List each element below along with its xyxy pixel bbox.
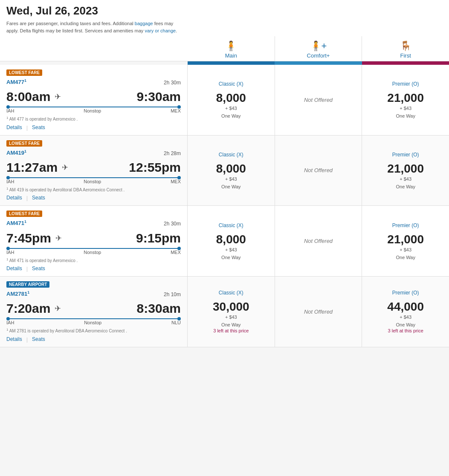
- col-header-comfort: 🧍+ Comfort+: [275, 36, 362, 61]
- details-link[interactable]: Details: [6, 265, 22, 272]
- flight-actions: Details | Seats: [6, 265, 181, 272]
- flight-number: AM4191: [6, 149, 26, 156]
- seats-link[interactable]: Seats: [32, 336, 45, 343]
- depart-time: 7:45pm: [6, 231, 51, 245]
- operator-note: 1 AM 2781 is operated by Aerolitoral DBA…: [6, 328, 181, 333]
- action-divider: |: [26, 195, 28, 201]
- comfort-not-offered: Not Offered: [304, 97, 333, 103]
- fare-cell-main[interactable]: Classic (X) 8,000 + $43 One Way: [188, 65, 275, 135]
- main-way: One Way: [221, 113, 240, 118]
- route-labels: IAH Nonstop MEX: [6, 108, 181, 113]
- main-class-label: Classic (X): [219, 222, 243, 228]
- flight-badge: NEARBY AIRPORT: [6, 281, 49, 288]
- col-comfort-label: Comfort+: [307, 52, 330, 59]
- dest-code: NLU: [171, 320, 181, 325]
- main-class-label: Classic (X): [219, 290, 243, 296]
- color-bar: [188, 61, 449, 65]
- first-cash: + $43: [400, 247, 411, 252]
- origin-code: IAH: [6, 179, 14, 184]
- fare-cell-first[interactable]: Premier (O) 21,000 + $43 One Way: [362, 65, 449, 135]
- flight-number: AM4711: [6, 219, 26, 226]
- comfort-not-offered: Not Offered: [304, 238, 333, 244]
- arrive-time: 9:15pm: [136, 231, 181, 245]
- main-cash: + $43: [225, 106, 237, 111]
- flight-times: 11:27am ✈ 12:55pm: [6, 160, 181, 175]
- first-cash: + $43: [400, 176, 411, 182]
- page-title: Wed, Jul 26, 2023: [6, 4, 443, 17]
- flight-duration: 2h 10m: [164, 291, 181, 297]
- fare-cell-first[interactable]: Premier (O) 21,000 + $43 One Way: [362, 206, 449, 276]
- vary-link[interactable]: vary or change: [145, 28, 176, 33]
- route-bar: IAH Nonstop NLU: [6, 318, 181, 325]
- route-labels: IAH Nonstop NLU: [6, 320, 181, 325]
- fare-cell-main[interactable]: Classic (X) 8,000 + $43 One Way: [188, 136, 275, 206]
- comfort-seat-icon: 🧍+: [277, 40, 360, 52]
- first-points: 21,000: [387, 91, 424, 105]
- flight-actions: Details | Seats: [6, 195, 181, 201]
- fare-cell-main[interactable]: Classic (X) 30,000 + $43 One Way 3 left …: [188, 277, 275, 347]
- first-way: One Way: [396, 255, 415, 260]
- first-points: 44,000: [387, 300, 424, 314]
- column-headers-row: 🧍 Main 🧍+ Comfort+ 🪑 First: [0, 36, 449, 61]
- arrive-time: 12:55pm: [129, 160, 181, 175]
- first-points: 21,000: [387, 233, 424, 246]
- action-divider: |: [26, 336, 28, 343]
- depart-time: 7:20am: [6, 301, 50, 316]
- dest-code: MEX: [171, 179, 181, 184]
- action-divider: |: [26, 124, 28, 131]
- first-seat-icon: 🪑: [364, 40, 447, 52]
- col-header-main: 🧍 Main: [188, 36, 275, 61]
- fare-cell-first[interactable]: Premier (O) 44,000 + $43 One Way 3 left …: [362, 277, 449, 347]
- stop-type: Nonstop: [14, 108, 171, 113]
- bar-first: [362, 61, 449, 65]
- arrive-time: 8:30am: [137, 301, 181, 316]
- flight-row: LOWEST FARE AM4711 2h 30m 7:45pm ✈ 9:15p…: [0, 206, 449, 277]
- page-header: Wed, Jul 26, 2023 Fares are per passenge…: [0, 0, 449, 36]
- flight-row: NEARBY AIRPORT AM27811 2h 10m 7:20am ✈ 8…: [0, 277, 449, 347]
- main-way: One Way: [221, 184, 240, 189]
- first-class-label: Premier (O): [392, 81, 419, 87]
- seats-link[interactable]: Seats: [32, 265, 45, 272]
- first-way: One Way: [396, 184, 415, 189]
- flight-info: LOWEST FARE AM4191 2h 28m 11:27am ✈ 12:5…: [0, 136, 188, 206]
- first-way: One Way: [396, 113, 415, 118]
- first-class-label: Premier (O): [392, 290, 419, 296]
- first-way: One Way: [396, 322, 415, 327]
- details-link[interactable]: Details: [6, 195, 22, 201]
- seats-link[interactable]: Seats: [32, 124, 45, 131]
- comfort-not-offered: Not Offered: [304, 309, 333, 315]
- origin-code: IAH: [6, 320, 14, 325]
- route-line: [6, 318, 181, 319]
- details-link[interactable]: Details: [6, 336, 22, 343]
- baggage-link[interactable]: baggage: [135, 21, 153, 26]
- operator-note: 1 AM 477 is operated by Aeromexico .: [6, 116, 181, 121]
- main-cash: + $43: [225, 176, 237, 182]
- stop-type: Nonstop: [14, 179, 171, 184]
- origin-code: IAH: [6, 250, 14, 255]
- dest-code: MEX: [171, 108, 181, 113]
- flight-info: NEARBY AIRPORT AM27811 2h 10m 7:20am ✈ 8…: [0, 277, 188, 347]
- flight-number: AM27811: [6, 290, 29, 297]
- comfort-not-offered: Not Offered: [304, 167, 333, 173]
- depart-time: 11:27am: [6, 160, 58, 175]
- dest-code: MEX: [171, 250, 181, 255]
- depart-time: 8:00am: [6, 89, 50, 104]
- first-cash: + $43: [400, 106, 411, 111]
- details-link[interactable]: Details: [6, 124, 22, 131]
- main-way: One Way: [221, 322, 240, 327]
- operator-note: 1 AM 419 is operated by Aerolitoral DBA …: [6, 187, 181, 192]
- first-points: 21,000: [387, 162, 424, 176]
- fare-cell-first[interactable]: Premier (O) 21,000 + $43 One Way: [362, 136, 449, 206]
- route-line: [6, 248, 181, 249]
- plane-icon: ✈: [62, 163, 68, 172]
- action-divider: |: [26, 265, 28, 272]
- main-class-label: Classic (X): [219, 81, 243, 87]
- flight-duration: 2h 30m: [164, 80, 181, 86]
- fare-cell-main[interactable]: Classic (X) 8,000 + $43 One Way: [188, 206, 275, 276]
- seats-link[interactable]: Seats: [32, 195, 45, 201]
- first-class-label: Premier (O): [392, 222, 419, 228]
- route-bar: IAH Nonstop MEX: [6, 248, 181, 255]
- main-points: 8,000: [216, 162, 246, 176]
- flight-actions: Details | Seats: [6, 336, 181, 343]
- main-way: One Way: [221, 255, 240, 260]
